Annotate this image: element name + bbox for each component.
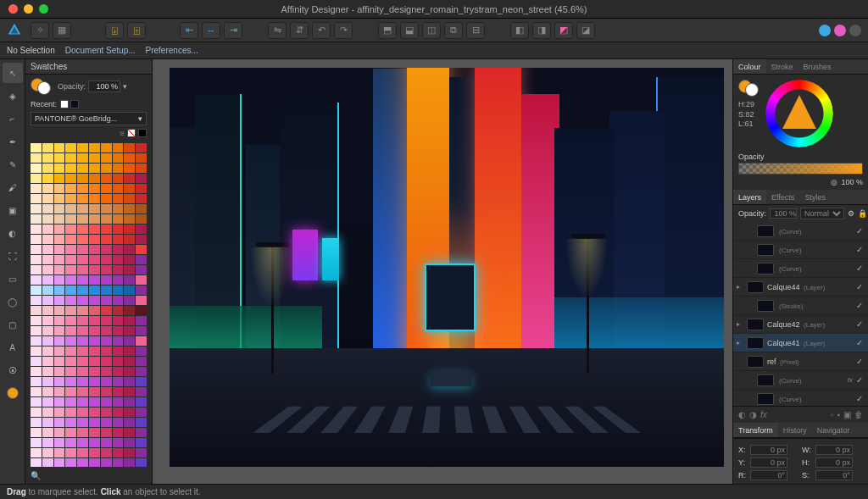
swatch-cell[interactable] (31, 377, 42, 386)
swatch-cell[interactable] (77, 367, 88, 376)
swatch-cell[interactable] (42, 214, 53, 224)
swatch-cell[interactable] (89, 438, 100, 447)
swatch-cell[interactable] (65, 164, 76, 173)
fill-tool[interactable]: ▣ (3, 200, 23, 220)
swatch-opacity-input[interactable] (88, 80, 120, 92)
swatch-cell[interactable] (124, 235, 135, 244)
swatch-cell[interactable] (101, 448, 112, 457)
swatch-cell[interactable] (54, 448, 65, 457)
blend-mode-select[interactable]: Normal (800, 208, 844, 219)
swatch-cell[interactable] (65, 174, 76, 183)
swatch-cell[interactable] (31, 306, 42, 315)
swatch-cell[interactable] (136, 286, 147, 295)
swatch-cell[interactable] (101, 255, 112, 264)
swatch-cell[interactable] (31, 387, 42, 396)
insert-target[interactable]: ◧ (510, 22, 529, 39)
swatch-cell[interactable] (65, 194, 76, 203)
layer-visibility-toggle[interactable]: ✓ (856, 226, 865, 236)
swatch-cell[interactable] (89, 275, 100, 285)
swatch-cell[interactable] (113, 164, 124, 173)
swatch-cell[interactable] (42, 204, 53, 213)
swatch-cell[interactable] (113, 255, 124, 264)
swatch-cell[interactable] (31, 265, 42, 274)
swatch-cell[interactable] (101, 306, 112, 315)
swatch-cell[interactable] (124, 153, 135, 163)
swatch-cell[interactable] (113, 458, 124, 467)
swatch-cell[interactable] (136, 275, 147, 285)
swatch-cell[interactable] (89, 316, 100, 325)
swatch-cell[interactable] (42, 235, 53, 244)
swatch-cell[interactable] (77, 428, 88, 437)
swatch-cell[interactable] (31, 235, 42, 244)
colour-tab-colour[interactable]: Colour (733, 59, 766, 74)
swatch-cell[interactable] (31, 408, 42, 417)
swatch-cell[interactable] (113, 428, 124, 437)
transform-tab-navigator[interactable]: Navigator (812, 423, 855, 437)
swatch-cell[interactable] (101, 458, 112, 467)
swatch-cell[interactable] (101, 316, 112, 325)
swatch-cell[interactable] (42, 275, 53, 285)
boolean-xor[interactable]: ⧉ (444, 22, 463, 39)
swatch-cell[interactable] (42, 387, 53, 396)
swatch-cell[interactable] (136, 174, 147, 183)
layer-visibility-toggle[interactable]: ✓ (856, 301, 865, 310)
swatch-cell[interactable] (136, 296, 147, 305)
swatch-cell[interactable] (89, 286, 100, 295)
layers-tab-styles[interactable]: Styles (799, 190, 831, 204)
swatch-cell[interactable] (124, 245, 135, 254)
fill-stroke-chips[interactable] (3, 383, 23, 403)
swatch-cell[interactable] (42, 143, 53, 152)
swatch-cell[interactable] (101, 184, 112, 193)
swatch-cell[interactable] (136, 214, 147, 224)
swatch-cell[interactable] (124, 397, 135, 407)
swatch-cell[interactable] (42, 448, 53, 457)
recent-swatch[interactable] (60, 100, 69, 108)
swatch-cell[interactable] (113, 245, 124, 254)
swatch-cell[interactable] (89, 143, 100, 152)
swatch-cell[interactable] (54, 438, 65, 447)
swatch-cell[interactable] (136, 357, 147, 366)
color-picker-tool[interactable]: ⦿ (3, 360, 23, 380)
transform-tab-transform[interactable]: Transform (733, 423, 778, 437)
swatch-cell[interactable] (65, 347, 76, 356)
swatch-cell[interactable] (136, 143, 147, 152)
none-swatch[interactable] (127, 129, 136, 137)
swatch-cell[interactable] (65, 214, 76, 224)
swatch-cell[interactable] (124, 194, 135, 203)
rotate-ccw[interactable]: ↶ (312, 22, 331, 39)
layer-row[interactable]: ▸Calque42 (Layer)✓ (733, 315, 868, 334)
swatch-cell[interactable] (113, 418, 124, 427)
palette-menu-icon[interactable]: ≡ (120, 129, 125, 138)
swatch-cell[interactable] (42, 153, 53, 163)
shape-rounded-tool[interactable]: ▢ (3, 314, 23, 335)
swatch-cell[interactable] (42, 265, 53, 274)
swatch-cell[interactable] (77, 225, 88, 234)
layer-disclose-icon[interactable]: ▸ (737, 320, 743, 328)
swatch-cell[interactable] (89, 428, 100, 437)
swatch-cell[interactable] (136, 428, 147, 437)
swatch-cell[interactable] (54, 347, 65, 356)
swatch-cell[interactable] (89, 326, 100, 335)
swatch-cell[interactable] (136, 194, 147, 203)
flip-h[interactable]: ⇋ (268, 22, 287, 39)
swatch-cell[interactable] (77, 164, 88, 173)
swatch-cell[interactable] (124, 408, 135, 417)
transform-tab-history[interactable]: History (778, 423, 812, 437)
swatch-cell[interactable] (89, 265, 100, 274)
swatch-cell[interactable] (65, 367, 76, 376)
swatch-cell[interactable] (113, 214, 124, 224)
swatch-cell[interactable] (31, 418, 42, 427)
node-tool[interactable]: ◈ (3, 86, 23, 106)
swatch-cell[interactable] (89, 458, 100, 467)
fx-layer-icon[interactable]: fx (760, 410, 767, 419)
swatch-cell[interactable] (31, 174, 42, 183)
swatch-cell[interactable] (54, 204, 65, 213)
swatch-cell[interactable] (136, 458, 147, 467)
transform-x-input[interactable] (750, 445, 787, 455)
swatch-cell[interactable] (124, 184, 135, 193)
swatch-cell[interactable] (65, 255, 76, 264)
swatch-cell[interactable] (65, 357, 76, 366)
persona-export[interactable] (849, 25, 861, 36)
persona-designer[interactable] (819, 25, 831, 36)
swatch-cell[interactable] (113, 347, 124, 356)
